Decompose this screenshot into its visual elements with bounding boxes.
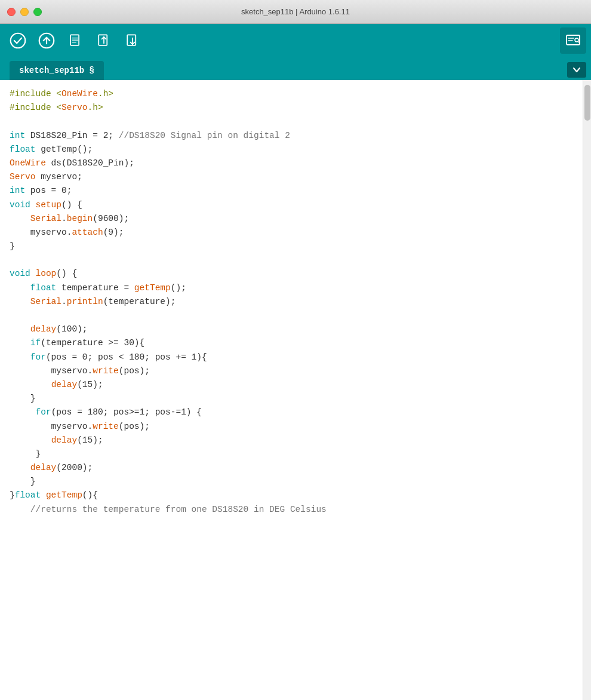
code-line: #include <OneWire.h> bbox=[10, 87, 573, 101]
close-button[interactable] bbox=[7, 8, 16, 16]
code-line: #include <Servo.h> bbox=[10, 101, 573, 115]
code-line: void loop() { bbox=[10, 267, 573, 281]
tab-bar: sketch_sep11b § bbox=[0, 57, 591, 80]
code-line bbox=[10, 253, 573, 267]
save-button[interactable] bbox=[119, 27, 146, 54]
toolbar bbox=[0, 24, 591, 57]
code-editor: #include <OneWire.h> #include <Servo.h> … bbox=[0, 80, 591, 700]
open-button[interactable] bbox=[91, 27, 117, 54]
code-line: myservo.write(pos); bbox=[10, 364, 573, 378]
code-line: for(pos = 180; pos>=1; pos-=1) { bbox=[10, 406, 573, 419]
scrollbar[interactable] bbox=[583, 80, 591, 700]
svg-rect-7 bbox=[98, 35, 107, 45]
code-line: myservo.attach(9); bbox=[10, 226, 573, 240]
serial-monitor-button[interactable] bbox=[560, 27, 586, 54]
code-line: Servo myservo; bbox=[10, 170, 573, 184]
open-icon bbox=[96, 32, 112, 49]
maximize-button[interactable] bbox=[33, 8, 42, 16]
new-icon bbox=[67, 32, 84, 49]
code-line: }float getTemp(){ bbox=[10, 489, 573, 502]
code-line: if(temperature >= 30){ bbox=[10, 336, 573, 350]
code-content[interactable]: #include <OneWire.h> #include <Servo.h> … bbox=[0, 80, 583, 700]
minimize-button[interactable] bbox=[20, 8, 29, 16]
code-line: } bbox=[10, 447, 573, 461]
code-line: Serial.begin(9600); bbox=[10, 212, 573, 226]
tab-dropdown-button[interactable] bbox=[567, 62, 586, 78]
code-line: float temperature = getTemp(); bbox=[10, 281, 573, 295]
code-line: } bbox=[10, 392, 573, 406]
svg-point-0 bbox=[11, 33, 26, 48]
code-line: delay(2000); bbox=[10, 461, 573, 475]
code-line: for(pos = 0; pos < 180; pos += 1){ bbox=[10, 351, 573, 364]
traffic-lights bbox=[7, 8, 42, 16]
code-line: } bbox=[10, 240, 573, 253]
code-line: } bbox=[10, 475, 573, 489]
code-line: Serial.println(temperature); bbox=[10, 295, 573, 309]
svg-rect-11 bbox=[567, 35, 580, 45]
code-line bbox=[10, 115, 573, 128]
file-tab[interactable]: sketch_sep11b § bbox=[10, 61, 104, 80]
chevron-down-icon bbox=[572, 67, 581, 73]
title-bar: sketch_sep11b | Arduino 1.6.11 bbox=[0, 0, 591, 24]
code-line: myservo.write(pos); bbox=[10, 420, 573, 434]
tab-label: sketch_sep11b § bbox=[19, 66, 94, 75]
scrollbar-thumb[interactable] bbox=[584, 85, 590, 121]
code-line: //returns the temperature from one DS18S… bbox=[10, 503, 573, 517]
verify-icon bbox=[10, 32, 26, 49]
code-line: delay(100); bbox=[10, 323, 573, 336]
code-line: OneWire ds(DS18S20_Pin); bbox=[10, 156, 573, 170]
new-button[interactable] bbox=[62, 27, 88, 54]
code-line: int DS18S20_Pin = 2; //DS18S20 Signal pi… bbox=[10, 129, 573, 143]
verify-button[interactable] bbox=[5, 27, 31, 54]
upload-button[interactable] bbox=[33, 27, 60, 54]
serial-monitor-icon bbox=[565, 33, 581, 48]
code-line bbox=[10, 309, 573, 323]
code-line: int pos = 0; bbox=[10, 184, 573, 198]
code-line: float getTemp(); bbox=[10, 143, 573, 156]
code-line: void setup() { bbox=[10, 198, 573, 212]
code-line: delay(15); bbox=[10, 378, 573, 392]
window-title: sketch_sep11b | Arduino 1.6.11 bbox=[241, 7, 350, 16]
upload-icon bbox=[38, 32, 55, 49]
save-icon bbox=[124, 32, 141, 49]
code-line: delay(15); bbox=[10, 434, 573, 447]
